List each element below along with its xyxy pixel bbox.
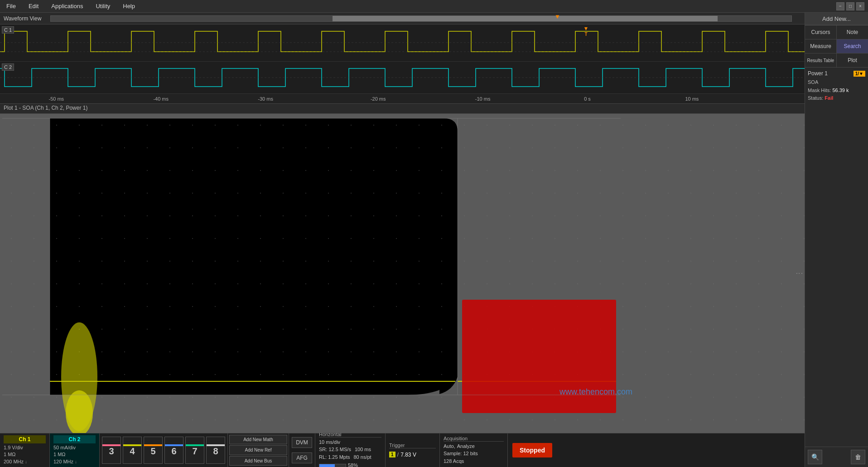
dvm-button[interactable]: DVM xyxy=(292,437,312,448)
results-table-button[interactable]: Results Table xyxy=(805,54,837,67)
horizontal-sample-rate: SR: 12.5 MS/s xyxy=(319,446,351,453)
channel-6-button[interactable]: 6 xyxy=(164,437,183,464)
maximize-button[interactable]: □ xyxy=(846,2,854,10)
soa-plot-svg xyxy=(0,114,805,433)
horizontal-pts: 80 ns/pt xyxy=(353,453,371,461)
ch1-waveform-svg xyxy=(0,24,805,61)
stop-button[interactable]: Stopped xyxy=(512,443,552,457)
right-panel: Add New... Cursors Note Measure Search R… xyxy=(805,13,868,467)
trigger-t-marker: ▼ T xyxy=(583,25,589,37)
ch2-waveform-area: C 2 xyxy=(0,62,805,93)
horizontal-time-div: 10 ms/div xyxy=(319,438,381,446)
plot-title: Plot 1 - SOA (Ch 1, Ch 2, Power 1) xyxy=(0,104,805,114)
acquisition-title: Acquisition xyxy=(444,436,504,442)
add-new-bus-button[interactable]: Add New Bus xyxy=(229,456,287,466)
trigger-section[interactable]: Trigger 1 / 7.83 V xyxy=(386,433,440,467)
plot-canvas: www.tehencom.com ⋮ xyxy=(0,114,805,433)
channel-buttons-section: 3 4 5 xyxy=(100,433,228,467)
channel-4-button[interactable]: 4 xyxy=(123,437,142,464)
power-header: Power 1 1/▼ xyxy=(808,70,865,77)
channel-8-button[interactable]: 8 xyxy=(206,437,225,464)
acquisition-count: 128 Acqs xyxy=(444,457,504,465)
svg-rect-0 xyxy=(0,24,805,61)
channel-3-button[interactable]: 3 xyxy=(102,437,121,464)
note-button[interactable]: Note xyxy=(837,25,868,39)
time-label-3: -30 ms xyxy=(258,96,273,102)
waveform-title: Waveform View xyxy=(4,15,41,22)
acquisition-mode: Auto, xyxy=(444,443,455,450)
ch1-bandwidth: 200 MHz ↓ xyxy=(4,458,46,465)
three-dots-menu[interactable]: ⋮ xyxy=(795,270,804,277)
search-button[interactable]: Search xyxy=(837,39,868,53)
acquisition-sample-bits: Sample: 12 bits xyxy=(444,450,504,457)
add-new-ref-button[interactable]: Add New Ref xyxy=(229,445,287,455)
horizontal-resolution: RL: 1.25 Mpts xyxy=(319,453,350,461)
ch2-voltage: 50 mA/div xyxy=(53,444,96,451)
menu-applications[interactable]: Applications xyxy=(48,2,86,10)
time-label-5: -10 ms xyxy=(475,96,491,102)
right-bottom: 🔍 🗑 xyxy=(805,447,868,467)
ch2-info-box[interactable]: Ch 2 50 mA/div 1 MΩ 120 MHz ↓ xyxy=(50,433,100,467)
ch1-label: C 1 xyxy=(2,26,14,34)
cursors-button[interactable]: Cursors xyxy=(805,25,837,39)
ch2-waveform-svg xyxy=(0,62,805,93)
ch1-voltage: 1.9 V/div xyxy=(4,444,46,451)
right-buttons-row-2: Measure Search xyxy=(805,39,868,54)
ch1-waveform-area: C 1 ▼ T xyxy=(0,24,805,62)
trigger-channel-indicator: 1 xyxy=(389,452,395,457)
ch2-bandwidth: 120 MHz ↓ xyxy=(53,458,96,465)
time-axis: -50 ms -40 ms -30 ms -20 ms -10 ms 0 s 1… xyxy=(0,93,805,103)
time-label-4: -20 ms xyxy=(371,96,386,102)
menu-bar: File Edit Applications Utility Help − □ … xyxy=(0,0,868,13)
channel-7-button[interactable]: 7 xyxy=(185,437,204,464)
afg-button[interactable]: AFG xyxy=(292,452,312,463)
minimize-button[interactable]: − xyxy=(836,2,844,10)
power-type: SOA xyxy=(808,78,865,87)
delete-icon-button[interactable]: 🗑 xyxy=(851,450,865,464)
acquisition-analyze: Analyze xyxy=(457,443,475,450)
horizontal-progress-bar xyxy=(319,464,346,467)
time-label-2: -40 ms xyxy=(153,96,169,102)
ch1-info-box[interactable]: Ch 1 1.9 V/div 1 MΩ 200 MHz ↓ xyxy=(0,433,50,467)
watermark: www.tehencom.com xyxy=(559,387,632,397)
time-label-6: 0 s xyxy=(584,96,591,102)
close-button[interactable]: × xyxy=(856,2,864,10)
power-mask-hits: Mask Hits: 56.39 k xyxy=(808,87,865,95)
zoom-icon: 🔍 xyxy=(811,453,819,461)
channel-5-button[interactable]: 5 xyxy=(144,437,163,464)
trigger-edge-icon: / xyxy=(397,451,399,458)
ch2-info-label: Ch 2 xyxy=(53,435,96,443)
horizontal-progress-label: 58% xyxy=(348,462,358,467)
add-new-math-button[interactable]: Add New Math xyxy=(229,435,287,444)
measure-button[interactable]: Measure xyxy=(805,39,837,53)
menu-utility[interactable]: Utility xyxy=(93,2,113,10)
menu-help[interactable]: Help xyxy=(120,2,138,10)
svg-rect-7 xyxy=(0,114,805,433)
add-new-header: Add New... xyxy=(805,13,868,25)
power-mask-hits-value: 56.39 k xyxy=(832,88,849,93)
power-badge[interactable]: 1/▼ xyxy=(854,71,865,77)
power-section: Power 1 1/▼ SOA Mask Hits: 56.39 k Statu… xyxy=(805,68,868,447)
ch1-impedance: 1 MΩ xyxy=(4,451,46,458)
menu-edit[interactable]: Edit xyxy=(26,2,41,10)
plot-area: Plot 1 - SOA (Ch 1, Ch 2, Power 1) xyxy=(0,104,805,433)
zoom-icon-button[interactable]: 🔍 xyxy=(808,450,822,464)
power-title: Power 1 xyxy=(808,70,828,77)
time-label-1: -50 ms xyxy=(49,96,64,102)
delete-icon: 🗑 xyxy=(855,453,861,461)
right-buttons-row-1: Cursors Note xyxy=(805,25,868,39)
trigger-title: Trigger xyxy=(389,443,436,448)
ch2-label: C 2 xyxy=(2,63,14,71)
horizontal-progress-fill xyxy=(319,464,335,467)
menu-file[interactable]: File xyxy=(4,2,19,10)
horizontal-section[interactable]: Horizontal 10 ms/div SR: 12.5 MS/s 100 m… xyxy=(315,433,386,467)
power-status: Status: Fail xyxy=(808,94,865,102)
ch1-info-label: Ch 1 xyxy=(4,435,46,443)
time-label-7: 10 ms xyxy=(685,96,699,102)
utility-section: DVM AFG xyxy=(289,433,315,467)
ch2-impedance: 1 MΩ xyxy=(53,451,96,458)
plot-button[interactable]: Plot xyxy=(837,54,868,67)
acquisition-section[interactable]: Acquisition Auto, Analyze Sample: 12 bit… xyxy=(440,433,508,467)
waveform-header: Waveform View ▼ xyxy=(0,13,805,24)
right-buttons-row-3: Results Table Plot xyxy=(805,54,868,68)
